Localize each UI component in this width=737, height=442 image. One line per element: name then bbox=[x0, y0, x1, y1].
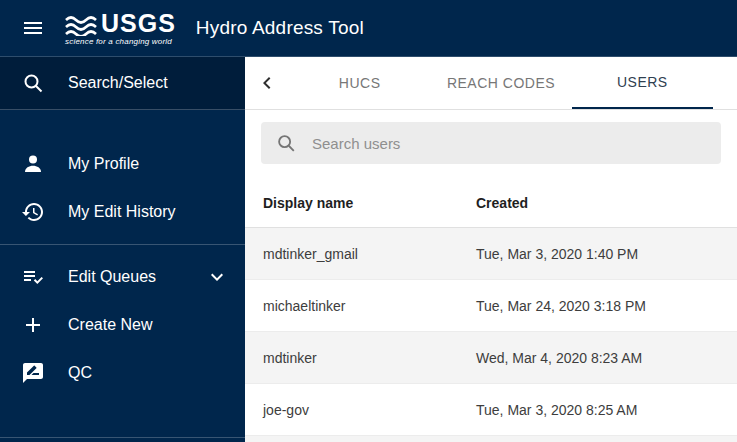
sidebar-item-edit-queues[interactable]: Edit Queues bbox=[0, 253, 245, 301]
usgs-wave-icon bbox=[65, 14, 99, 36]
sidebar-item-label: My Edit History bbox=[68, 203, 176, 221]
main-content: HUCS REACH CODES USERS Display name Crea… bbox=[245, 57, 737, 442]
history-icon bbox=[21, 200, 45, 224]
user-display-name-cell: mdtinker bbox=[263, 350, 476, 366]
user-created-cell: Tue, Mar 3, 2020 8:25 AM bbox=[476, 402, 719, 418]
app-header: USGS science for a changing world Hydro … bbox=[0, 0, 737, 57]
users-table-rows: mdtinker_gmail Tue, Mar 3, 2020 1:40 PM … bbox=[245, 228, 737, 442]
user-search-bar[interactable] bbox=[261, 122, 721, 164]
users-table-header: Display name Created bbox=[245, 178, 737, 228]
page-title: Hydro Address Tool bbox=[196, 17, 364, 39]
column-header-display-name: Display name bbox=[263, 195, 476, 211]
back-chevron-icon[interactable] bbox=[245, 57, 289, 109]
users-table: Display name Created mdtinker_gmail Tue,… bbox=[245, 178, 737, 442]
sidebar-item-label: QC bbox=[68, 364, 92, 382]
user-display-name-cell: michaeltinker bbox=[263, 298, 476, 314]
user-created-cell: Wed, Mar 4, 2020 8:23 AM bbox=[476, 350, 719, 366]
sidebar-item-label: Search/Select bbox=[68, 74, 168, 92]
table-row[interactable]: michaeltinker Tue, Mar 24, 2020 3:18 PM bbox=[245, 280, 737, 332]
usgs-tagline: science for a changing world bbox=[65, 38, 176, 46]
search-icon bbox=[275, 132, 297, 154]
sidebar-item-my-profile[interactable]: My Profile bbox=[0, 140, 245, 188]
rate-review-icon bbox=[21, 361, 45, 385]
sidebar-nav: Search/Select My Profile My Edit History bbox=[0, 57, 245, 442]
user-created-cell: Tue, Mar 3, 2020 1:40 PM bbox=[476, 246, 719, 262]
sidebar-item-my-edit-history[interactable]: My Edit History bbox=[0, 188, 245, 236]
user-display-name-cell: joe-gov bbox=[263, 402, 476, 418]
search-users-input[interactable] bbox=[310, 134, 707, 153]
chevron-down-icon[interactable] bbox=[205, 265, 229, 289]
sidebar-item-create-new[interactable]: Create New bbox=[0, 301, 245, 349]
sidebar-item-qc[interactable]: QC bbox=[0, 349, 245, 397]
sidebar-divider bbox=[0, 244, 245, 245]
playlist-check-icon bbox=[21, 265, 45, 289]
sidebar-divider bbox=[0, 437, 245, 438]
sidebar-item-label: Create New bbox=[68, 316, 152, 334]
usgs-logo-text: USGS bbox=[101, 11, 176, 36]
plus-icon bbox=[21, 313, 45, 337]
table-row[interactable]: mdtinker Wed, Mar 4, 2020 8:23 AM bbox=[245, 332, 737, 384]
tab-hucs[interactable]: HUCS bbox=[289, 57, 430, 109]
hamburger-menu-icon[interactable] bbox=[21, 16, 45, 40]
sidebar-item-label: My Profile bbox=[68, 155, 139, 173]
usgs-logo: USGS science for a changing world bbox=[65, 11, 176, 46]
tab-reach-codes[interactable]: REACH CODES bbox=[430, 57, 571, 109]
table-row[interactable]: mdtinker_gmail Tue, Mar 3, 2020 1:40 PM bbox=[245, 228, 737, 280]
user-created-cell: Tue, Mar 24, 2020 3:18 PM bbox=[476, 298, 719, 314]
person-icon bbox=[21, 152, 45, 176]
tab-users[interactable]: USERS bbox=[572, 57, 713, 109]
column-header-created: Created bbox=[476, 195, 719, 211]
search-icon bbox=[21, 71, 45, 95]
sidebar-item-search-select[interactable]: Search/Select bbox=[0, 57, 245, 110]
user-display-name-cell: mdtinker_gmail bbox=[263, 246, 476, 262]
table-row bbox=[245, 436, 737, 442]
table-row[interactable]: joe-gov Tue, Mar 3, 2020 8:25 AM bbox=[245, 384, 737, 436]
sidebar-item-label: Edit Queues bbox=[68, 268, 156, 286]
hydro-address-tool-app: USGS science for a changing world Hydro … bbox=[0, 0, 737, 442]
tab-bar: HUCS REACH CODES USERS bbox=[245, 57, 737, 110]
